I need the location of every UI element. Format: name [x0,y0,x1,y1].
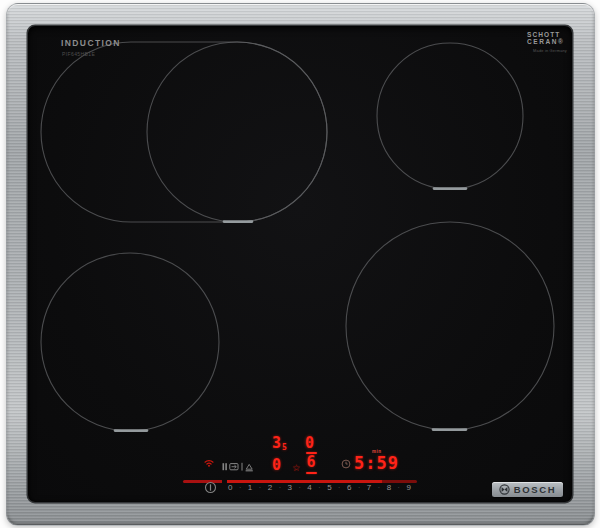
bosch-logo-plaque: BOSCH [492,482,563,497]
level-separator: · [398,484,400,491]
wifi-icon [203,457,215,467]
function-indicator-cluster [222,460,256,473]
schott-ceran-logo: SCHOTT CERAN® Made in Germany [527,31,567,53]
power-level-5[interactable]: 5 [327,483,331,492]
power-level-scale[interactable]: 0·1·2·3·4·5·6·7·8·9 [228,483,411,492]
level-separator: · [378,484,380,491]
level-separator: · [298,484,300,491]
zone-front-left-circle [41,253,219,431]
level-separator: · [338,484,340,491]
bridge-zone-icon [246,464,252,469]
pause-icon [223,463,225,470]
star-icon[interactable]: ☆ [292,463,301,473]
level-separator: · [239,484,241,491]
indicator-underline [306,472,317,474]
bosch-logo-text: BOSCH [514,484,556,495]
zone-front-right-circle [346,222,554,430]
transfer-arrow-icon [232,465,237,468]
timer-area[interactable]: 5:59 [341,455,399,472]
power-level-4[interactable]: 4 [307,483,311,492]
power-level-2[interactable]: 2 [268,483,272,492]
display-front-left-level[interactable]: 0 [272,458,281,473]
zone-back-right-circle [377,43,523,189]
ceran-line: CERAN® [527,38,567,45]
power-level-0[interactable]: 0 [228,483,232,492]
level-separator: · [318,484,320,491]
model-number-label: PIF645HB1E [62,51,95,57]
level-separator: · [279,484,281,491]
display-front-right-level[interactable]: 6 [304,452,318,474]
induction-label: INDUCTION [61,38,121,48]
level-separator: · [358,484,360,491]
power-level-6[interactable]: 6 [347,483,351,492]
cooking-zones [28,26,572,502]
power-level-7[interactable]: 7 [367,483,371,492]
zone-back-left-oval [41,42,327,222]
bosch-armature-icon [499,484,510,495]
pause-icon [225,463,227,470]
power-level-3[interactable]: 3 [287,483,291,492]
power-level-8[interactable]: 8 [387,483,391,492]
display-back-left-level[interactable]: 35 [272,436,287,451]
timer-display: 5:59 [354,455,399,472]
timer-unit-label: min [372,449,382,454]
power-level-1[interactable]: 1 [248,483,252,492]
made-in-line: Made in Germany [527,48,567,53]
half-step-digit: 5 [282,443,287,452]
zone-back-left-circle [147,42,327,222]
power-level-9[interactable]: 9 [406,483,410,492]
schott-line: SCHOTT [527,31,567,38]
ceramic-glass-surface: INDUCTION PIF645HB1E SCHOTT CERAN® Made … [28,26,572,502]
level-separator: · [259,484,261,491]
power-standby-icon[interactable] [204,481,217,494]
product-shot: INDUCTION PIF645HB1E SCHOTT CERAN® Made … [0,0,600,528]
timer-clock-icon [341,459,351,469]
display-back-right-level[interactable]: 0 [305,436,314,451]
